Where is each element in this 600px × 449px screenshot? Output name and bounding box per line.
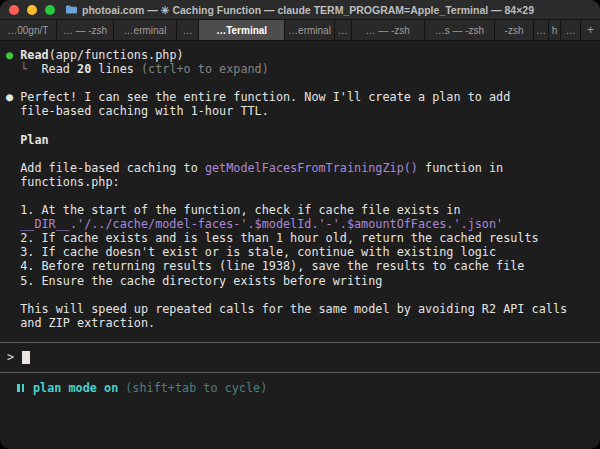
terminal-tab[interactable]: …erminal — [114, 20, 176, 40]
terminal-line — [6, 118, 594, 132]
terminal-line: functions.php: — [6, 175, 594, 189]
terminal-text-segment: ● — [6, 48, 20, 62]
terminal-text-segment: 4. Before returning results (line 1938),… — [6, 259, 524, 273]
terminal-tab[interactable]: h — [549, 20, 562, 40]
close-button[interactable] — [9, 5, 19, 15]
terminal-line: This will speed up repeated calls for th… — [6, 302, 594, 316]
terminal-line: 2. If cache exists and is less than 1 ho… — [6, 231, 594, 245]
text-cursor — [22, 351, 30, 364]
terminal-text-segment: Add file-based caching to — [6, 161, 205, 175]
prompt-input[interactable]: > — [0, 342, 600, 373]
terminal-text-segment: function in — [418, 161, 503, 175]
terminal-text-segment: getModelFacesFromTrainingZip() — [205, 161, 418, 175]
terminal-line — [6, 189, 594, 203]
terminal-tab[interactable]: …s — -zsh — [425, 20, 495, 40]
terminal-line: ● Perfect! I can see the entire function… — [6, 90, 594, 104]
terminal-text-segment: 2. If cache exists and is less than 1 ho… — [6, 231, 539, 245]
terminal-text-segment: (app/functions.php) — [49, 48, 184, 62]
terminal-line: 5. Ensure the cache directory exists bef… — [6, 274, 594, 288]
terminal-tab[interactable]: … — [534, 20, 549, 40]
terminal-output: ● Read(app/functions.php) └ Read 20 line… — [0, 41, 600, 330]
terminal-text-segment: 1. At the start of the function, check i… — [6, 203, 461, 217]
plan-mode-label: plan mode on — [33, 381, 118, 395]
terminal-text-segment: functions.php: — [6, 175, 120, 189]
terminal-text-segment: and ZIP extraction. — [6, 316, 155, 330]
terminal-tab[interactable]: …erminal — [285, 20, 335, 40]
terminal-tab[interactable]: … — [335, 20, 352, 40]
terminal-text-segment: file-based caching with 1-hour TTL. — [6, 104, 269, 118]
zoom-button[interactable] — [45, 5, 55, 15]
terminal-text-segment: (ctrl+o to expand) — [141, 62, 269, 76]
terminal-text-segment: lines — [91, 62, 141, 76]
minimize-button[interactable] — [27, 5, 37, 15]
terminal-line — [6, 147, 594, 161]
terminal-text-segment: 20 — [77, 62, 91, 76]
terminal-line — [6, 288, 594, 302]
terminal-tab[interactable]: … — -zsh — [57, 20, 115, 40]
terminal-text-segment: Read — [20, 48, 48, 62]
terminal-tab-active[interactable]: …Terminal — [199, 20, 285, 40]
terminal-line: 1. At the start of the function, check i… — [6, 203, 594, 217]
prompt-symbol: > — [7, 350, 14, 364]
terminal-line: 3. If cache doesn't exist or is stale, c… — [6, 245, 594, 259]
terminal-text-segment: 5. Ensure the cache directory exists bef… — [6, 274, 382, 288]
terminal-tab[interactable]: -zsh — [495, 20, 534, 40]
terminal-line: and ZIP extraction. — [6, 316, 594, 330]
folder-icon — [66, 5, 77, 14]
title-area: photoai.com — ✳ Caching Function — claud… — [0, 0, 600, 19]
status-line: plan mode on (shift+tab to cycle) — [0, 381, 600, 395]
traffic-lights — [0, 5, 55, 15]
terminal-tab[interactable]: …00gn/T — [0, 20, 57, 40]
new-tab-button[interactable]: + — [581, 20, 600, 40]
terminal-line: __DIR__.'/../cache/model-faces-'.$modelI… — [6, 217, 594, 231]
terminal-text-segment: └ — [6, 62, 42, 76]
title-bar: photoai.com — ✳ Caching Function — claud… — [0, 0, 600, 19]
mode-hint: (shift+tab to cycle) — [125, 381, 267, 395]
terminal-window: photoai.com — ✳ Caching Function — claud… — [0, 0, 600, 449]
terminal-line: ● Read(app/functions.php) — [6, 48, 594, 62]
terminal-tab[interactable]: … — [177, 20, 199, 40]
terminal-tab[interactable]: … — -zsh — [352, 20, 425, 40]
terminal-line: Add file-based caching to getModelFacesF… — [6, 161, 594, 175]
terminal-line: └ Read 20 lines (ctrl+o to expand) — [6, 62, 594, 76]
terminal-text-segment: This will speed up repeated calls for th… — [6, 302, 567, 316]
terminal-tab[interactable]: … — [561, 20, 581, 40]
pause-icon — [17, 384, 24, 392]
terminal-line: 4. Before returning results (line 1938),… — [6, 259, 594, 273]
window-title: photoai.com — ✳ Caching Function — claud… — [82, 4, 534, 16]
terminal-text-segment: 3. If cache doesn't exist or is stale, c… — [6, 245, 496, 259]
tab-bar: …00gn/T… — -zsh…erminal……Terminal…ermina… — [0, 19, 600, 41]
terminal-line: file-based caching with 1-hour TTL. — [6, 104, 594, 118]
terminal-text-segment: Plan — [6, 133, 49, 147]
terminal-text-segment: __DIR__.'/../cache/model-faces-'.$modelI… — [6, 217, 503, 231]
terminal-text-segment: ● Perfect! I can see the entire function… — [6, 90, 510, 104]
terminal-line — [6, 76, 594, 90]
terminal-text-segment: Read — [42, 62, 78, 76]
terminal-line: Plan — [6, 133, 594, 147]
